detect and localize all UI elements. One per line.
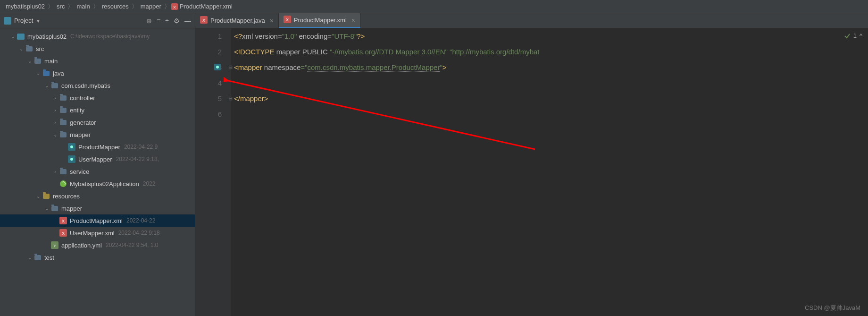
xml-icon: X (59, 229, 67, 237)
tree-label: java (53, 70, 64, 77)
svg-text:X: X (286, 17, 289, 22)
chevron-icon[interactable]: ⌄ (26, 255, 33, 260)
tree-meta: 2022-04-22 9:54, 1.0 (106, 242, 158, 248)
root-icon (17, 33, 25, 40)
svg-point-5 (70, 145, 73, 148)
chevron-icon[interactable]: ⌄ (9, 34, 16, 39)
tree-item-main[interactable]: ⌄main (0, 55, 195, 67)
svg-text:X: X (173, 5, 176, 9)
xml-file-icon: X (171, 3, 178, 10)
breadcrumb-item[interactable]: ProductMapper.xml (178, 3, 234, 10)
tree-item-test[interactable]: ⌄test (0, 251, 195, 264)
chevron-icon[interactable]: ⌄ (26, 59, 33, 64)
chevron-icon[interactable]: ⌄ (18, 46, 25, 51)
pkg-icon (59, 106, 67, 114)
fold-icon[interactable]: ⊟ (227, 91, 233, 106)
chevron-icon[interactable]: › (52, 95, 58, 101)
breadcrumb-item[interactable]: src (55, 3, 67, 10)
java-icon (42, 69, 50, 77)
editor-tabs: XProductMapper.java×XProductMapper.xml× (195, 13, 868, 28)
pkg-icon (59, 94, 67, 102)
dropdown-icon: ▼ (36, 19, 40, 24)
chevron-icon[interactable]: ⌄ (35, 71, 42, 76)
tree-item-mybatisplus02application[interactable]: Mybatisplus02Application2022 (0, 178, 195, 190)
breadcrumb-item[interactable]: mybatisplus02 (4, 3, 47, 10)
tree-label: ProductMapper (78, 144, 120, 151)
tree-label: test (44, 254, 54, 261)
tree-item-usermapper[interactable]: UserMapper2022-04-22 9:18, (0, 153, 195, 165)
locate-icon[interactable]: ⊕ (146, 17, 152, 25)
tree-item-controller[interactable]: ›controller (0, 92, 195, 104)
code-content[interactable]: <?xml version="1.0" encoding="UTF-8"?> <… (231, 28, 868, 316)
svg-rect-2 (4, 17, 11, 25)
inspection-widget[interactable]: 1 ^ (844, 32, 862, 39)
tree-item-mybatisplus02[interactable]: ⌄mybatisplus02C:\ideaworkspace\basicjava… (0, 30, 195, 43)
mapper-icon (68, 143, 75, 151)
collapse-icon[interactable]: ÷ (165, 17, 169, 25)
close-icon[interactable]: × (270, 17, 274, 25)
mapper-nav-icon[interactable] (214, 64, 221, 70)
breadcrumb: mybatisplus02〉 src〉 main〉 resources〉 map… (0, 0, 868, 13)
code-line: <?xml version="1.0" encoding="UTF-8"?> (234, 28, 868, 44)
tab-label: ProductMapper.java (210, 17, 265, 24)
tree-meta: C:\ideaworkspace\basicjava\my (70, 33, 150, 40)
tree-item-com-csdn-mybatis[interactable]: ⌄com.csdn.mybatis (0, 79, 195, 92)
tab-productmapper-java[interactable]: XProductMapper.java× (195, 13, 279, 28)
tree-item-src[interactable]: ⌄src (0, 43, 195, 55)
project-tree[interactable]: ⌄mybatisplus02C:\ideaworkspace\basicjava… (0, 28, 195, 316)
breadcrumb-item[interactable]: resources (100, 3, 131, 10)
breadcrumb-item[interactable]: main (75, 3, 92, 10)
tree-item-productmapper[interactable]: ProductMapper2022-04-22 9 (0, 141, 195, 153)
code-line (234, 75, 868, 91)
tab-label: ProductMapper.xml (294, 17, 347, 24)
pkg-icon (59, 131, 67, 138)
hide-icon[interactable]: — (184, 17, 191, 25)
svg-rect-3 (17, 34, 25, 40)
chevron-icon[interactable]: › (52, 169, 58, 174)
mapper-icon (68, 155, 75, 163)
chevron-icon[interactable]: › (52, 120, 58, 125)
tree-label: UserMapper (78, 156, 112, 163)
tree-label: mapper (70, 131, 91, 138)
expand-icon[interactable]: ^ (860, 32, 862, 39)
tab-productmapper-xml[interactable]: XProductMapper.xml× (279, 13, 360, 28)
tree-label: ProductMapper.xml (70, 217, 123, 224)
tree-meta: 2022-04-22 9:18 (118, 230, 160, 236)
close-icon[interactable]: × (351, 17, 355, 24)
tree-item-resources[interactable]: ⌄resources (0, 190, 195, 202)
tree-item-generator[interactable]: ›generator (0, 116, 195, 128)
chevron-icon[interactable]: ⌄ (43, 206, 50, 211)
tree-item-productmapper-xml[interactable]: XProductMapper.xml2022-04-22 (0, 214, 195, 227)
tree-item-java[interactable]: ⌄java (0, 67, 195, 79)
sidebar-title[interactable]: Project▼ (14, 17, 146, 24)
code-line: <mapper namespace="com.csdn.mybatis.mapp… (234, 60, 868, 75)
watermark: CSDN @夏帅JavaM (805, 304, 860, 312)
tree-item-application-yml[interactable]: Yapplication.yml2022-04-22 9:54, 1.0 (0, 239, 195, 251)
settings-icon[interactable]: ⚙ (174, 17, 180, 25)
expand-icon[interactable]: ≡ (157, 17, 160, 25)
svg-point-7 (70, 158, 73, 161)
tree-item-usermapper-xml[interactable]: XUserMapper.xml2022-04-22 9:18 (0, 227, 195, 239)
tree-label: UserMapper.xml (70, 230, 115, 237)
spring-icon (59, 180, 67, 188)
chevron-icon[interactable]: ⌄ (35, 194, 42, 199)
fold-icon[interactable]: ⊟ (227, 60, 233, 75)
tree-label: main (44, 58, 58, 65)
svg-point-20 (216, 66, 219, 68)
chevron-icon[interactable]: ⌄ (52, 132, 58, 137)
tree-item-entity[interactable]: ›entity (0, 104, 195, 116)
xml-file-icon: X (200, 16, 208, 25)
code-editor[interactable]: 1 2 3 ⊟ 4 5 ⊟ 6 <?xml version="1.0" enco… (195, 28, 868, 316)
svg-text:X: X (62, 231, 65, 236)
breadcrumb-item[interactable]: mapper (139, 3, 163, 10)
chevron-icon[interactable]: › (52, 108, 58, 113)
tree-item-mapper[interactable]: ⌄mapper (0, 202, 195, 214)
tree-label: generator (70, 119, 96, 126)
tree-label: mybatisplus02 (27, 33, 67, 40)
code-line: </mapper> (234, 91, 868, 106)
pkg-icon (59, 168, 67, 175)
svg-text:X: X (202, 18, 205, 23)
tree-item-service[interactable]: ›service (0, 165, 195, 178)
chevron-icon[interactable]: ⌄ (43, 83, 50, 88)
tree-item-mapper[interactable]: ⌄mapper (0, 128, 195, 141)
